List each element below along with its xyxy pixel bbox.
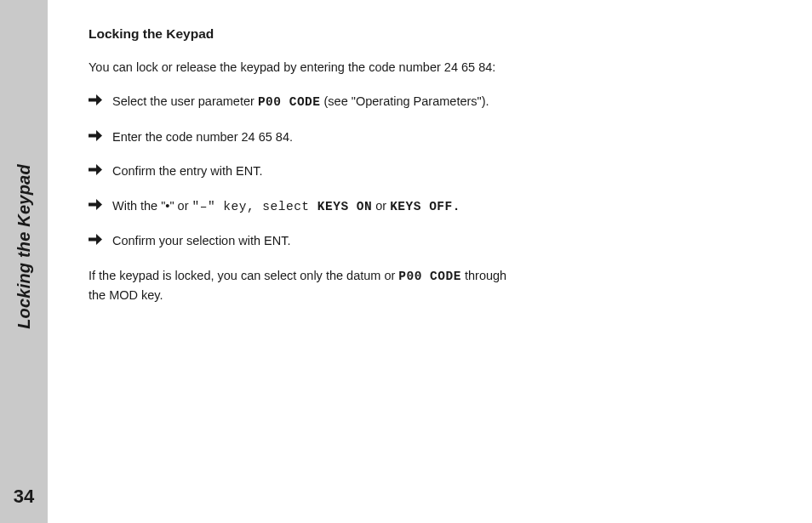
main-content: Locking the Keypad You can lock or relea… [48,0,548,523]
step-text: Confirm your selection with ENT. [112,234,291,247]
step-text: Confirm the entry with ENT. [112,164,262,178]
code-text: KEYS OFF. [390,200,460,213]
code-text: "–" key, select [192,200,317,213]
arrow-icon [89,94,102,105]
code-text: KEYS ON [317,200,372,213]
intro-text: You can lock or release the keypad by en… [89,58,514,77]
sidebar-title: Locking the Keypad [14,164,34,329]
section-heading: Locking the Keypad [89,24,514,44]
step-text: With the "•" or [112,199,192,213]
arrow-icon [89,130,102,141]
step-list: Select the user parameter P00 CODE (see … [89,92,514,250]
step-item: With the "•" or "–" key, select KEYS ON … [89,196,514,216]
step-item: Enter the code number 24 65 84. [89,128,514,146]
page-number: 34 [14,486,34,508]
closing-part: If the keypad is locked, you can select … [89,269,398,282]
code-text: P00 CODE [258,95,321,109]
step-item: Confirm the entry with ENT. [89,162,514,180]
arrow-icon [89,234,102,245]
sidebar: Locking the Keypad 34 [0,0,48,523]
arrow-icon [89,199,102,210]
step-text: (see "Operating Parameters"). [321,94,489,108]
arrow-icon [89,164,102,175]
step-text: or [372,199,390,213]
step-text: Select the user parameter [112,94,258,108]
step-text: Enter the code number 24 65 84. [112,130,293,144]
closing-text: If the keypad is locked, you can select … [89,266,514,305]
code-text: P00 CODE [398,270,461,283]
page: Locking the Keypad 34 Locking the Keypad… [0,0,812,523]
step-item: Select the user parameter P00 CODE (see … [89,92,514,111]
step-item: Confirm your selection with ENT. [89,231,514,250]
